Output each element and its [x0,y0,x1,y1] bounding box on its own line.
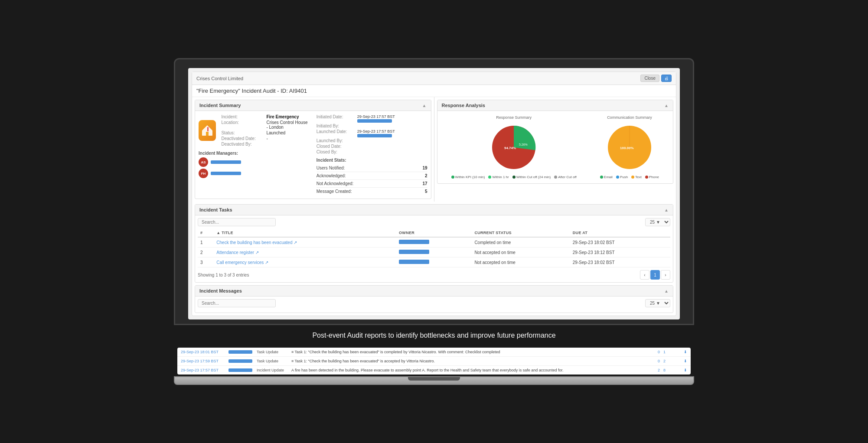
comm-email-dot [600,176,603,179]
messages-per-page-select[interactable]: 25 ▼ [645,299,670,307]
incident-summary-title: Incident Summary [199,103,241,108]
msg-nums-2: 0 2 [658,359,679,363]
stats-title: Incident Stats: [317,158,427,163]
acknowledged-label: Acknowledged: [317,173,346,178]
next-page-btn[interactable]: › [661,270,670,280]
prev-page-btn[interactable]: ‹ [640,270,649,280]
stats-row-notified: Users Notified: 19 [317,164,427,172]
msg-row-3: 29-Sep-23 17:57 BST Incident Update A fi… [177,366,691,375]
legend-after-label: After Cut off [558,175,577,179]
svg-rect-2 [206,132,209,136]
deactivated-by-label: Deactivated By: [221,142,264,147]
managers-title: Incident Managers: [199,151,310,156]
download-icon-3[interactable]: ⬇ [684,368,687,372]
print-button[interactable]: 🖨 [661,75,672,82]
task-status-3: Not accepted on time [472,257,570,267]
not-acknowledged-value: 17 [422,181,427,186]
msg-type-2: Task Update [257,359,287,363]
tasks-table-head: # ▲ TITLE OWNER CURRENT STATUS DUE AT [198,229,670,237]
msg-date-2: 29-Sep-23 17:59 BST [181,359,224,363]
closed-date-value [357,144,427,149]
close-button[interactable]: Close [640,75,659,82]
download-icon-1[interactable]: ⬇ [684,350,687,354]
task-due-3: 29-Sep-23 18:02 BST [570,257,670,267]
msg-content-2: ≡ Task 1: "Check the building has been e… [291,359,653,363]
incident-icon-row: Incident: Fire Emergency Location: Crise… [199,114,310,147]
comm-text-dot [631,176,634,179]
msg-date-link-1[interactable]: 29-Sep-23 18:01 BST [181,350,219,354]
closed-by-label: Closed By: [317,150,356,154]
task-title-1: Check the building has been evacuated ↗ [214,237,396,248]
task-link-2[interactable]: Attendance register ↗ [216,250,259,255]
users-notified-label: Users Notified: [317,166,345,170]
comm-legend-email: Email [600,175,613,179]
location-value: Crises Control House - London [266,120,309,130]
msg-num2-3: 8 [663,368,666,372]
col-owner: OWNER [396,229,472,237]
comm-phone-dot [645,176,648,179]
incident-value: Fire Emergency [266,114,309,119]
comm-legend: Email Push Text [600,175,659,179]
msg-num1-3: 2 [658,368,660,372]
message-created-value: 5 [425,189,427,194]
manager-row-2: FH [199,169,310,178]
msg-content-1: ≡ Task 1: "Check the building has been e… [291,350,653,354]
acknowledged-value: 2 [425,173,427,178]
comm-phone-label: Phone [649,175,659,179]
table-row: 1 Check the building has been evacuated … [198,237,670,248]
closed-by-value [357,150,427,154]
legend-after: After Cut off [554,175,577,179]
msg-bar-3 [228,368,252,372]
incident-tasks-panel: Incident Tasks ▲ 25 ▼ [195,204,673,283]
tasks-area: 25 ▼ # ▲ TITLE OWNER CURRENT STATUS D [195,215,673,282]
incident-details: Incident: Fire Emergency Location: Crise… [221,114,309,147]
msg-num2-1: 1 [663,350,666,354]
current-page-btn[interactable]: 1 [650,270,660,280]
stats-row-not-ack: Not Acknowledged: 17 [317,180,427,188]
stats-row-msg: Message Created: 5 [317,188,427,195]
task-num-2: 2 [198,248,214,257]
manager-avatar-as: AS [199,157,208,167]
task-link-1[interactable]: Check the building has been evacuated ↗ [216,240,297,245]
incident-summary-panel: Incident Summary ▲ [192,97,434,202]
legend-cutoff: Within Cut off (24 min) [512,175,551,179]
initiated-by-label: Initiated By: [317,124,356,128]
incident-messages-panel: Incident Messages ▲ 25 ▼ [195,285,673,313]
table-row: 2 Attendance register ↗ Not accepted on … [198,248,670,257]
comm-text-label: Text [635,175,642,179]
tasks-search-input[interactable] [198,218,276,226]
incident-icon [199,120,216,141]
showing-text: Showing 1 to 3 of 3 entries [198,273,249,277]
messages-search-input[interactable] [198,299,276,307]
task-owner-1 [396,237,472,248]
pagination-row: Showing 1 to 3 of 3 entries ‹ 1 › [198,270,670,280]
msg-nums-3: 2 8 [658,368,679,372]
caption-text: Post-event Audit reports to identify bot… [174,325,694,346]
chevron-up-icon-3: ▲ [664,208,669,212]
response-analysis-title: Response Analysis [442,103,485,108]
owner-bar-3 [399,260,429,264]
message-created-label: Message Created: [317,189,352,194]
communication-summary-chart: Communication Summary 100.00% [600,115,659,179]
response-summary-chart: Response Summary 94.74% 5.26% [451,115,577,179]
task-num-3: 3 [198,257,214,267]
incident-managers: Incident Managers: AS FH [199,151,310,178]
comm-legend-push: Push [616,175,628,179]
laptop-base [174,376,694,385]
incident-summary-header: Incident Summary ▲ [195,100,431,111]
task-num-1: 1 [198,237,214,248]
initiated-date-value: 29-Sep-23 17:57 BST [357,114,427,119]
msg-date-link-3[interactable]: 29-Sep-23 17:57 BST [181,368,219,372]
chevron-up-icon: ▲ [422,103,427,108]
task-link-3[interactable]: Call emergency services ↗ [216,260,268,265]
msg-row-2: 29-Sep-23 17:59 BST Task Update ≡ Task 1… [177,357,691,366]
incident-label: Incident: [221,114,264,119]
msg-date-link-2[interactable]: 29-Sep-23 17:59 BST [181,359,219,363]
download-icon-2[interactable]: ⬇ [684,359,687,363]
msg-row-1: 29-Sep-23 18:01 BST Task Update ≡ Task 1… [177,348,691,357]
incident-right-col: Initiated Date: 29-Sep-23 17:57 BST Init… [313,111,431,199]
location-label: Location: [221,120,264,130]
svg-rect-3 [207,127,209,131]
task-title-2: Attendance register ↗ [214,248,396,257]
tasks-per-page-select[interactable]: 25 ▼ [645,218,670,226]
